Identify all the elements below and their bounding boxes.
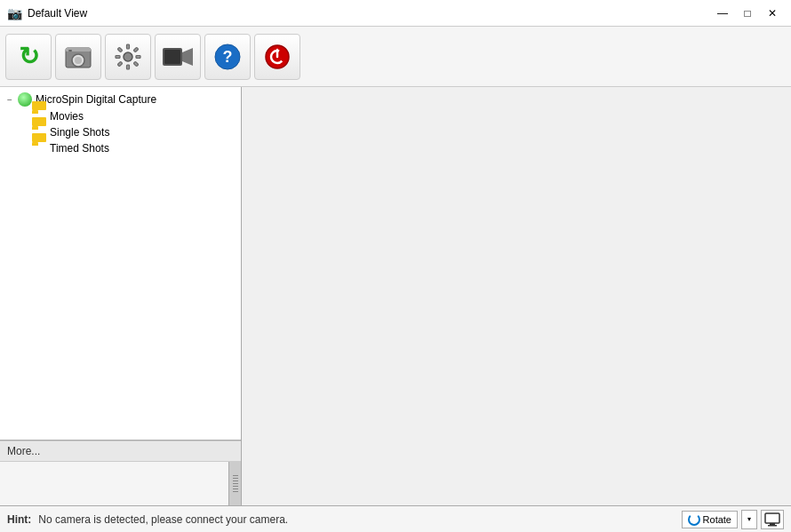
tree-timed-shots-label: Timed Shots — [50, 142, 109, 155]
title-bar-controls: — □ ✕ — [711, 4, 784, 23]
scroll-thumb[interactable] — [228, 462, 241, 505]
power-button[interactable] — [254, 34, 300, 80]
svg-rect-8 — [116, 55, 120, 58]
tree-single-shots-label: Single Shots — [50, 126, 109, 139]
scroll-grip — [233, 475, 238, 493]
tree-area[interactable]: − MicroSpin Digital Capture Movies Singl… — [0, 87, 241, 441]
title-bar-icon: 📷 — [7, 6, 22, 20]
expand-collapse-icon[interactable]: − — [4, 93, 16, 106]
single-shots-expand-icon — [18, 126, 30, 139]
timed-shots-folder-icon — [32, 142, 46, 155]
root-folder-icon — [18, 92, 32, 107]
refresh-button[interactable]: ↻ — [5, 34, 52, 80]
tree-timed-shots-item[interactable]: Timed Shots — [0, 140, 241, 156]
title-bar-left: 📷 Default View — [7, 6, 87, 20]
help-icon: ? — [213, 43, 242, 71]
power-icon — [263, 43, 292, 71]
svg-text:?: ? — [223, 48, 233, 66]
monitor-icon — [764, 512, 780, 527]
rotate-dropdown-arrow[interactable]: ▾ — [741, 510, 757, 529]
svg-rect-16 — [164, 50, 180, 64]
status-bar: Hint: No camera is detected, please conn… — [0, 505, 791, 532]
svg-rect-11 — [133, 61, 139, 67]
maximize-button[interactable]: □ — [736, 4, 759, 23]
svg-rect-22 — [765, 513, 779, 523]
settings-button[interactable] — [105, 34, 151, 80]
more-button[interactable]: More... — [0, 441, 241, 461]
timed-shots-expand-icon — [18, 142, 30, 155]
title-bar: 📷 Default View — □ ✕ — [0, 0, 791, 27]
left-panel: − MicroSpin Digital Capture Movies Singl… — [0, 87, 242, 505]
tree-root-label: MicroSpin Digital Capture — [36, 93, 156, 106]
monitor-button[interactable] — [761, 510, 784, 529]
svg-marker-15 — [182, 48, 193, 66]
movies-expand-icon — [18, 110, 30, 123]
svg-point-5 — [124, 52, 132, 61]
minimize-button[interactable]: — — [711, 4, 734, 23]
settings-icon — [114, 43, 142, 71]
svg-rect-10 — [117, 47, 123, 52]
toolbar: ↻ — [0, 27, 791, 87]
photo-icon — [64, 43, 92, 71]
svg-rect-9 — [136, 55, 140, 58]
hint-label: Hint: — [7, 513, 31, 526]
main-area: − MicroSpin Digital Capture Movies Singl… — [0, 87, 791, 505]
svg-point-3 — [75, 57, 82, 64]
help-button[interactable]: ? — [204, 34, 251, 80]
svg-rect-13 — [133, 47, 139, 52]
rotate-button[interactable]: Rotate — [682, 511, 738, 528]
video-icon — [162, 44, 194, 69]
title-bar-title: Default View — [28, 7, 87, 20]
hint-text: No camera is detected, please connect yo… — [38, 513, 674, 526]
svg-rect-23 — [770, 523, 775, 525]
svg-rect-6 — [127, 44, 130, 49]
svg-rect-7 — [127, 65, 130, 69]
rotate-label: Rotate — [703, 514, 731, 525]
refresh-icon: ↻ — [19, 42, 39, 71]
svg-rect-12 — [117, 61, 123, 67]
video-button[interactable] — [155, 34, 201, 80]
close-button[interactable]: ✕ — [761, 4, 784, 23]
dropdown-arrow-icon: ▾ — [747, 515, 751, 523]
svg-rect-24 — [768, 525, 777, 527]
status-right: Rotate ▾ — [682, 510, 784, 529]
tree-movies-label: Movies — [50, 110, 84, 123]
svg-rect-4 — [68, 50, 72, 52]
photo-button[interactable] — [55, 34, 101, 80]
rotate-icon — [688, 513, 700, 526]
right-panel — [242, 87, 791, 505]
scroll-area — [0, 461, 241, 505]
